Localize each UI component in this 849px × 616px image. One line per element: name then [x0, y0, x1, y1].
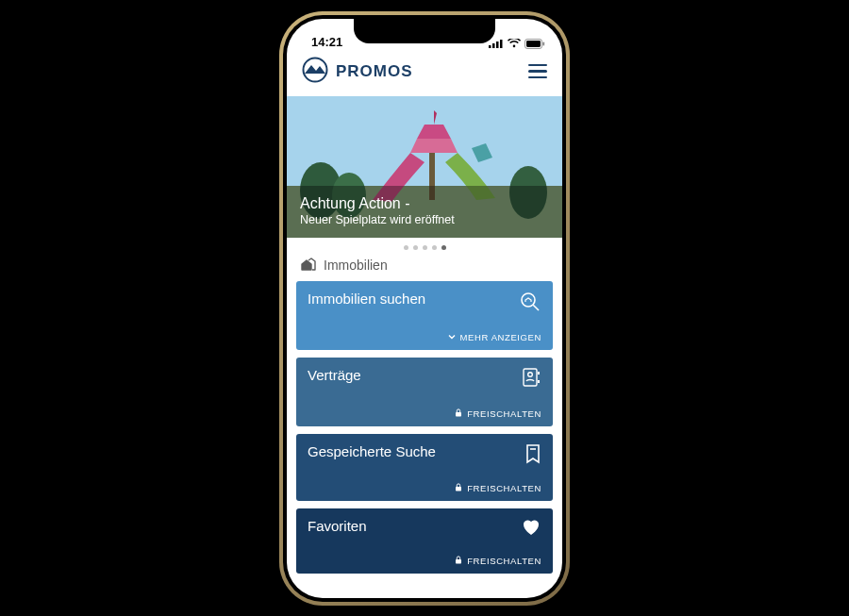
- svg-point-21: [528, 372, 533, 376]
- svg-marker-14: [410, 139, 458, 153]
- card-action-label: MEHR ANZEIGEN: [460, 332, 541, 342]
- carousel-dots[interactable]: [287, 238, 562, 256]
- svg-rect-20: [524, 369, 537, 386]
- svg-line-19: [533, 305, 539, 310]
- card-title: Immobilien suchen: [308, 291, 425, 307]
- card-action-label: FREISCHALTEN: [467, 556, 541, 566]
- card-title: Gespeicherte Suche: [308, 443, 436, 459]
- card-list: Immobilien suchen MEHR ANZEIGEN Verträge: [287, 281, 562, 574]
- svg-rect-5: [526, 41, 541, 47]
- hamburger-menu-icon[interactable]: [528, 64, 547, 79]
- screen: 14:21 PROMOS: [287, 19, 562, 598]
- carousel-dot[interactable]: [404, 245, 408, 250]
- svg-rect-23: [538, 380, 540, 383]
- device-notch: [354, 19, 495, 43]
- battery-icon: [524, 39, 545, 49]
- svg-rect-26: [456, 487, 461, 491]
- brand-name: PROMOS: [336, 62, 413, 81]
- hero-overlay: Achtung Action - Neuer Spielplatz wird e…: [287, 186, 562, 238]
- card-favoriten[interactable]: Favoriten FREISCHALTEN: [296, 508, 553, 574]
- carousel-dot[interactable]: [432, 245, 437, 250]
- svg-rect-6: [543, 42, 545, 45]
- svg-rect-0: [489, 45, 491, 48]
- bookmark-icon: [524, 443, 541, 468]
- svg-rect-1: [492, 43, 495, 48]
- status-time: 14:21: [311, 35, 342, 49]
- svg-rect-2: [496, 42, 499, 48]
- contract-icon: [521, 367, 541, 393]
- carousel-dot[interactable]: [441, 245, 446, 250]
- phone-frame: 14:21 PROMOS: [279, 11, 570, 606]
- carousel-dot[interactable]: [413, 245, 418, 250]
- chevron-down-icon: [448, 332, 456, 342]
- heart-icon: [521, 518, 541, 541]
- search-home-icon: [519, 291, 541, 317]
- houses-icon: [300, 258, 317, 274]
- card-title: Verträge: [308, 367, 361, 383]
- lock-icon: [455, 408, 462, 419]
- card-action[interactable]: MEHR ANZEIGEN: [308, 332, 541, 342]
- section-title: Immobilien: [324, 258, 388, 273]
- cellular-signal-icon: [489, 39, 504, 48]
- lock-icon: [455, 483, 462, 493]
- card-action[interactable]: FREISCHALTEN: [308, 408, 541, 419]
- section-header: Immobilien: [287, 256, 562, 281]
- card-action[interactable]: FREISCHALTEN: [308, 483, 541, 493]
- card-action[interactable]: FREISCHALTEN: [308, 556, 541, 566]
- card-title: Favoriten: [308, 518, 367, 534]
- lock-icon: [455, 556, 462, 566]
- svg-rect-27: [456, 559, 461, 564]
- hero-title: Achtung Action -: [300, 195, 549, 212]
- wifi-icon: [508, 39, 521, 48]
- app-header: PROMOS: [287, 49, 562, 96]
- brand-logo-icon: [302, 57, 328, 87]
- svg-point-18: [522, 293, 535, 307]
- carousel-dot[interactable]: [423, 245, 427, 250]
- card-immobilien-suchen[interactable]: Immobilien suchen MEHR ANZEIGEN: [296, 281, 553, 350]
- card-vertraege[interactable]: Verträge FREISCHALTEN: [296, 358, 553, 426]
- hero-banner[interactable]: Achtung Action - Neuer Spielplatz wird e…: [287, 96, 562, 238]
- hero-subtitle: Neuer Spielplatz wird eröffnet: [300, 213, 549, 226]
- brand[interactable]: PROMOS: [302, 57, 413, 87]
- card-action-label: FREISCHALTEN: [467, 408, 541, 419]
- svg-rect-3: [500, 40, 503, 48]
- card-gespeicherte-suche[interactable]: Gespeicherte Suche FREISCHALTEN: [296, 434, 553, 501]
- svg-rect-24: [456, 412, 461, 417]
- card-action-label: FREISCHALTEN: [467, 483, 541, 493]
- svg-rect-22: [538, 372, 540, 375]
